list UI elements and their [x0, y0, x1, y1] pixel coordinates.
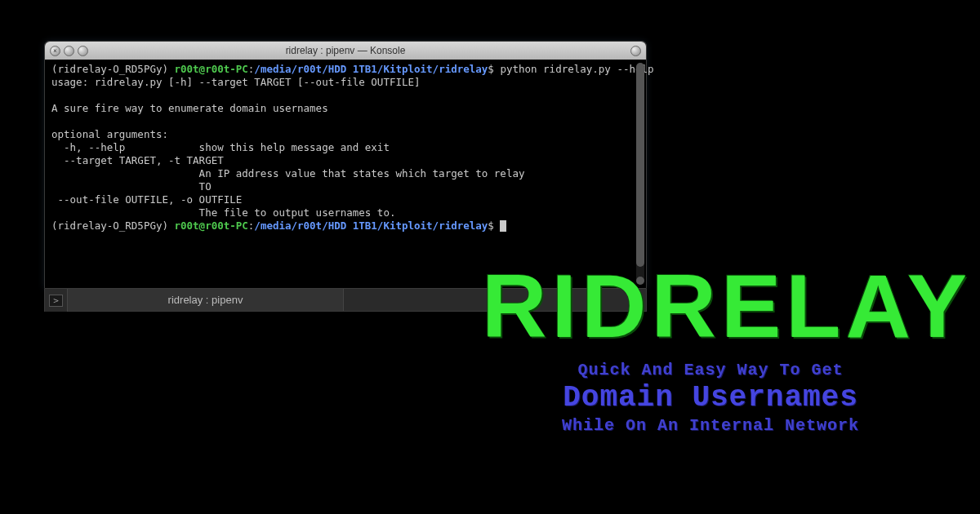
prompt-dollar: $: [488, 219, 500, 232]
user-host: r00t@r00t-PC: [175, 63, 248, 75]
prompt-dollar: $: [488, 63, 500, 75]
promo-line-1: Quick And Easy Way To Get: [482, 361, 939, 379]
output-line: TO: [51, 180, 212, 193]
output-line: The file to output usernames to.: [51, 206, 395, 219]
terminal-output[interactable]: (ridrelay-O_RD5PGy) r00t@r00t-PC:/media/…: [45, 60, 646, 288]
promo-line-3: While On An Internal Network: [482, 416, 939, 435]
terminal-window: × ridrelay : pipenv — Konsole (ridrelay-…: [44, 41, 647, 289]
command-text: python ridrelay.py --help: [500, 63, 653, 75]
output-line: -h, --help show this help message and ex…: [51, 141, 390, 153]
tab-expand-button[interactable]: >: [45, 289, 68, 312]
venv-name: (ridrelay-O_RD5PGy): [51, 63, 175, 75]
output-line: An IP address value that states which ta…: [51, 167, 524, 179]
window-controls: ×: [50, 46, 88, 56]
promo-title: RIDRELAY: [482, 261, 939, 351]
user-host: r00t@r00t-PC: [175, 219, 248, 232]
scrollbar[interactable]: [636, 63, 644, 285]
output-line: optional arguments:: [51, 128, 168, 140]
scroll-thumb[interactable]: [636, 63, 644, 267]
tab-active[interactable]: ridrelay : pipenv: [68, 289, 344, 311]
output-line: usage: ridrelay.py [-h] --target TARGET …: [51, 76, 421, 88]
venv-name: (ridrelay-O_RD5PGy): [51, 219, 175, 232]
minimize-icon[interactable]: [64, 46, 74, 56]
cursor-icon: [500, 220, 506, 232]
close-icon[interactable]: ×: [50, 46, 60, 56]
promo-line-2: Domain Usernames: [482, 381, 939, 414]
output-line: A sure fire way to enumerate domain user…: [51, 102, 328, 114]
cwd-path: /media/r00t/HDD 1TB1/Kitploit/ridrelay: [254, 219, 488, 232]
titlebar[interactable]: × ridrelay : pipenv — Konsole: [45, 42, 646, 60]
chevron-right-icon: >: [49, 295, 63, 307]
output-line: --target TARGET, -t TARGET: [51, 154, 224, 166]
promo-overlay: RIDRELAY Quick And Easy Way To Get Domai…: [482, 261, 939, 435]
cwd-path: /media/r00t/HDD 1TB1/Kitploit/ridrelay: [254, 63, 488, 75]
maximize-icon[interactable]: [78, 46, 88, 56]
output-line: --out-file OUTFILE, -o OUTFILE: [51, 193, 242, 206]
menu-icon[interactable]: [630, 46, 641, 56]
window-title: ridrelay : pipenv — Konsole: [286, 45, 406, 56]
